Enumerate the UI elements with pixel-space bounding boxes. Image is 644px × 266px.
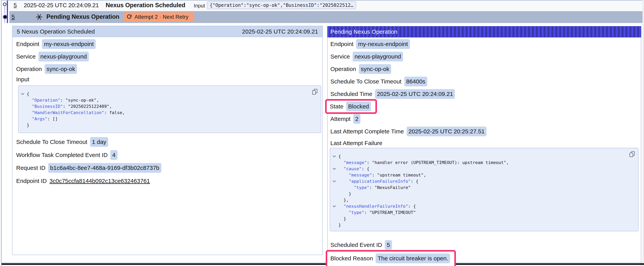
field-value-chip: 4 — [110, 150, 118, 160]
failure-json-block: { "message": "handler error (UPSTREAM_TI… — [330, 148, 638, 231]
field-label: Blocked Reason — [330, 255, 373, 262]
pending-event-id-link[interactable]: 5 — [12, 14, 15, 20]
json-line: "HandlerWaitForCancellation": false, — [18, 110, 321, 116]
field-value-chip: 5 — [385, 240, 392, 250]
field-row-last-attempt-complete: Last Attempt Complete Time 2025-02-25 UT… — [330, 127, 486, 136]
json-line: } — [330, 191, 638, 197]
left-border — [1, 0, 2, 266]
field-label: Request ID — [16, 165, 46, 171]
field-value-chip: nexus-playground — [352, 52, 403, 61]
container-bottom-border — [2, 262, 642, 262]
input-section-label: Input — [16, 76, 29, 83]
collapse-chevron-icon[interactable] — [332, 155, 336, 158]
field-value-chip: 2025-02-25 UTC 20:25:27.51 — [406, 127, 486, 136]
pending-title: Pending Nexus Operation — [46, 13, 119, 20]
pending-star-icon — [36, 14, 42, 22]
collapse-chevron-icon[interactable] — [332, 180, 336, 182]
field-row-schedule-to-close: Schedule To Close Timeout 1 day — [16, 137, 108, 147]
field-label: Scheduled Time — [330, 91, 372, 97]
field-row-endpoint-id: Endpoint ID 3c0c75ccfa8144b092c13ce63246… — [16, 176, 150, 186]
field-row-schedule-to-close: Schedule To Close Timeout 86400s — [330, 77, 427, 86]
field-value-chip: 86400s — [404, 77, 427, 86]
window-bottom-edge — [2, 263, 644, 265]
json-line: "nexusHandlerFailureInfo": { — [330, 203, 638, 209]
timeline-dashed-line — [4, 20, 5, 23]
json-line: } — [330, 216, 638, 222]
event-detail-timestamp: 2025-02-25 UTC 20:24:09.21 — [242, 26, 318, 37]
field-row-state: State Blocked — [330, 102, 371, 111]
field-label: Workflow Task Completed Event ID — [16, 152, 108, 158]
field-row-endpoint: Endpoint my-nexus-endpoint — [330, 39, 410, 49]
field-label: Service — [16, 53, 36, 60]
collapse-chevron-icon[interactable] — [332, 205, 336, 207]
field-label: Service — [330, 53, 350, 60]
field-row-attempt: Attempt 2 — [330, 114, 360, 124]
timeline-active-bar — [7, 1, 8, 23]
field-label: Scheduled Event ID — [330, 242, 382, 248]
blocked-reason-chip: The circuit breaker is open. — [376, 253, 450, 263]
field-value-chip: sync-op-ok — [359, 64, 392, 74]
json-line: "Operation": "sync-op-ok", — [18, 97, 321, 103]
retry-badge: Attempt 2 · Next Retry — [124, 12, 194, 22]
field-row-operation: Operation sync-op-ok — [16, 64, 77, 74]
json-line: "message": "upstream timeout", — [330, 172, 638, 178]
field-row-scheduled-event-id: Scheduled Event ID 5 — [330, 240, 392, 250]
input-preview-chip[interactable]: {"Operation":"sync-op-ok","BusinessID":"… — [207, 1, 356, 9]
event-history-view: 5 2025-02-25 UTC 20:24:09.21 Nexus Opera… — [0, 0, 644, 266]
blocked-reason-highlight-annotation: Blocked Reason The circuit breaker is op… — [326, 250, 456, 266]
field-label: Endpoint ID — [16, 178, 47, 184]
json-line: "message": "handler error (UPSTREAM_TIME… — [330, 159, 638, 166]
field-value-chip: sync-op-ok — [45, 64, 77, 74]
field-value-chip: 2 — [353, 114, 360, 124]
field-row-operation: Operation sync-op-ok — [330, 64, 391, 74]
field-row-request-id: Request ID b1c6a4bc-8ee7-468a-9169-df3b0… — [16, 163, 162, 173]
refresh-icon — [127, 14, 132, 19]
input-json-block: { "Operation": "sync-op-ok", "BusinessID… — [18, 85, 321, 133]
json-line: "type": "UPSTREAM_TIMEOUT" — [330, 209, 638, 216]
field-row-blocked-reason: Blocked Reason The circuit breaker is op… — [330, 253, 450, 263]
field-label: Endpoint — [16, 41, 39, 47]
right-margin — [642, 0, 644, 266]
event-title: Nexus Operation Scheduled — [106, 2, 185, 9]
event-id-link[interactable]: 5 — [14, 2, 17, 9]
collapse-chevron-icon[interactable] — [332, 168, 336, 170]
field-label: Last Attempt Complete Time — [330, 128, 404, 135]
retry-badge-label: Attempt 2 · Next Retry — [134, 12, 188, 22]
field-row-service: Service nexus-playground — [16, 52, 89, 61]
field-value-chip: nexus-playground — [38, 52, 89, 61]
field-label: State — [330, 103, 344, 110]
field-label: Schedule To Close Timeout — [16, 139, 87, 145]
field-value-chip: 2025-02-25 UTC 20:24:09.21 — [375, 89, 455, 99]
field-value-chip: my-nexus-endpoint — [42, 39, 96, 49]
state-value-chip: Blocked — [346, 102, 371, 111]
field-value-chip: my-nexus-endpoint — [356, 39, 410, 49]
collapse-chevron-icon[interactable] — [21, 93, 24, 95]
pending-operation-header: Pending Nexus Operation — [327, 26, 641, 38]
timeline-dashed-line — [4, 7, 5, 14]
field-label: Endpoint — [330, 41, 354, 47]
failure-section-label: Last Attempt Failure — [330, 140, 382, 146]
json-line: } — [18, 122, 321, 128]
state-highlight-annotation: State Blocked — [325, 99, 377, 114]
field-label: Operation — [330, 66, 356, 72]
json-line: "type": "NexusFailure" — [330, 184, 638, 191]
pending-operation-title: Pending Nexus Operation — [330, 26, 398, 38]
endpoint-id-link[interactable]: 3c0c75ccfa8144b092c13ce632463761 — [50, 178, 150, 184]
field-label: Attempt — [330, 116, 350, 122]
field-label: Schedule To Close Timeout — [330, 78, 402, 85]
event-detail-title: 5 Nexus Operation Scheduled — [17, 26, 95, 37]
json-line: "Args": [] — [18, 116, 321, 122]
field-row-wft-completed-id: Workflow Task Completed Event ID 4 — [16, 150, 118, 160]
json-line: { — [330, 153, 638, 159]
json-line: "cause": { — [330, 166, 638, 172]
json-line: } — [330, 222, 638, 228]
field-label: Operation — [16, 66, 42, 72]
field-value-chip: 1 day — [90, 137, 108, 147]
input-label: Input — [194, 3, 205, 9]
event-detail-header: 5 Nexus Operation Scheduled 2025-02-25 U… — [12, 26, 323, 37]
json-line: "BusinessID": "20250225122409", — [18, 103, 321, 110]
field-value-chip: b1c6a4bc-8ee7-468a-9169-df3b02c8737b — [48, 163, 161, 173]
event-timestamp: 2025-02-25 UTC 20:24:09.21 — [24, 2, 99, 9]
timeline-node-open-icon — [3, 3, 6, 6]
field-row-scheduled-time: Scheduled Time 2025-02-25 UTC 20:24:09.2… — [330, 89, 455, 99]
